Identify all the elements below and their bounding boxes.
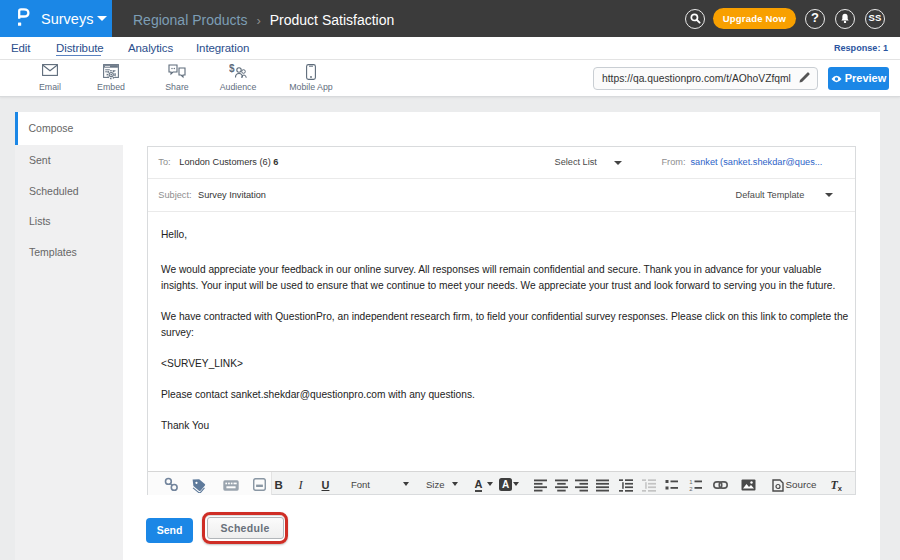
- svg-text:$: $: [229, 64, 235, 74]
- svg-text:1: 1: [689, 479, 693, 485]
- svg-text:2: 2: [689, 486, 693, 492]
